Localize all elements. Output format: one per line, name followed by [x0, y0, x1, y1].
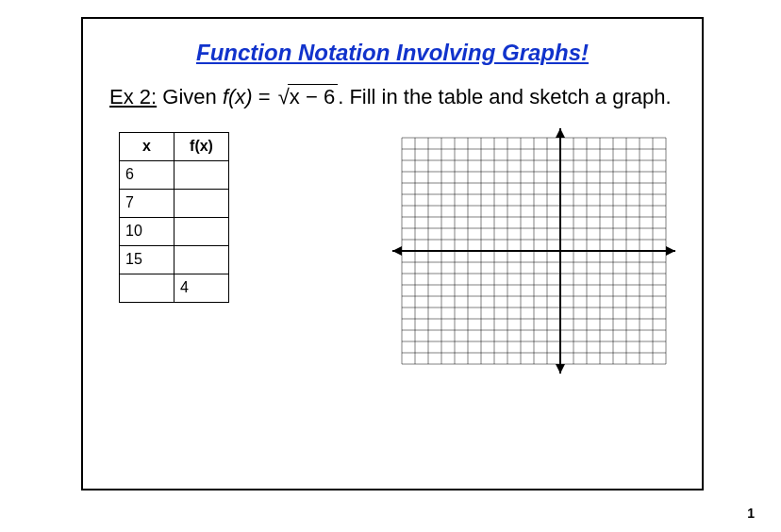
prompt-lead: Given [162, 85, 216, 108]
table-header-row: x f(x) [120, 132, 229, 160]
example-prompt: Ex 2: Given f(x) = √x − 6. Fill in the t… [109, 83, 675, 111]
graph-area [267, 128, 675, 374]
svg-marker-42 [666, 246, 675, 256]
table-row: 10 [120, 217, 229, 245]
page-title: Function Notation Involving Graphs! [109, 40, 675, 66]
equals-sign: = [258, 85, 271, 108]
function-lhs: f(x) [223, 85, 253, 108]
cell-fx: 4 [174, 274, 229, 302]
svg-marker-43 [392, 246, 402, 256]
example-label: Ex 2: [109, 85, 157, 108]
table-row: 7 [120, 189, 229, 217]
cell-fx[interactable] [174, 245, 229, 274]
cell-x: 15 [120, 245, 174, 274]
table-row: 15 [120, 245, 229, 274]
svg-marker-44 [556, 128, 565, 138]
sqrt-expression: √x − 6 [276, 83, 338, 111]
radicand: x − 6 [288, 84, 338, 108]
cell-x: 7 [120, 189, 174, 217]
prompt-instruction: Fill in the table and sketch a graph. [349, 85, 671, 108]
cell-fx[interactable] [174, 217, 229, 245]
content-row: x f(x) 6 7 10 15 4 [109, 128, 675, 374]
cell-fx[interactable] [174, 160, 229, 189]
table-row: 4 [120, 274, 229, 302]
blank-coordinate-grid[interactable] [392, 128, 675, 374]
col-header-fx: f(x) [174, 132, 229, 160]
cell-x: 10 [120, 217, 174, 245]
cell-x[interactable] [120, 274, 174, 302]
col-header-x: x [120, 132, 174, 160]
page-number: 1 [747, 506, 755, 521]
svg-marker-45 [556, 364, 565, 374]
page-frame: Function Notation Involving Graphs! Ex 2… [81, 17, 704, 490]
prompt-period: . [338, 85, 343, 108]
value-table: x f(x) 6 7 10 15 4 [119, 132, 229, 303]
table-row: 6 [120, 160, 229, 189]
cell-fx[interactable] [174, 189, 229, 217]
cell-x: 6 [120, 160, 174, 189]
